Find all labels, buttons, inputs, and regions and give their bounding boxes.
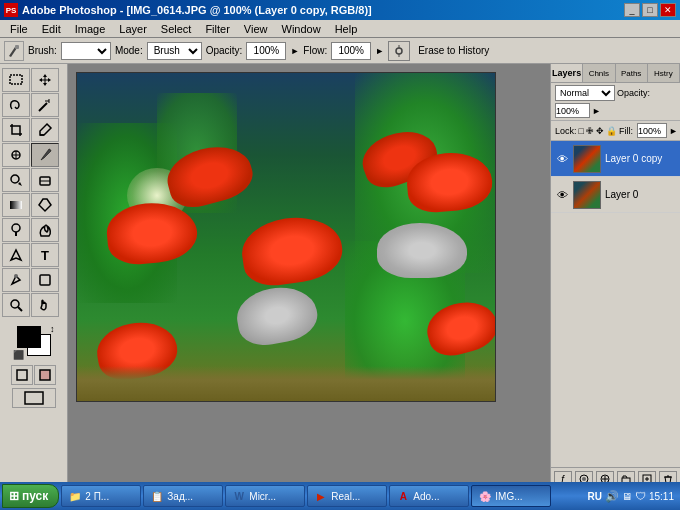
image-canvas <box>76 72 496 402</box>
airbrush-button[interactable] <box>388 41 410 61</box>
lock-all-icon[interactable]: 🔒 <box>606 126 617 136</box>
standard-mode-button[interactable] <box>11 365 33 385</box>
tool-row-9 <box>2 268 65 292</box>
mode-label: Mode: <box>115 45 143 56</box>
layer-0-name: Layer 0 <box>605 189 676 200</box>
title-bar-left: PS Adobe Photoshop - [IMG_0614.JPG @ 100… <box>4 3 372 17</box>
layer-0-copy-thumbnail <box>573 145 601 173</box>
layer-0-item[interactable]: 👁 Layer 0 <box>551 177 680 213</box>
tool-row-2 <box>2 93 65 117</box>
brush-tool-preset[interactable] <box>4 41 24 61</box>
foreground-color-swatch[interactable] <box>17 326 41 348</box>
layer-0-copy-visibility[interactable]: 👁 <box>555 152 569 166</box>
menu-item-file[interactable]: File <box>4 22 34 36</box>
antivirus-icon[interactable]: 🛡 <box>635 490 646 502</box>
tool-row-5 <box>2 168 65 192</box>
taskbar-item-real[interactable]: ▶ Real... <box>307 485 387 507</box>
tab-layers[interactable]: Layers <box>551 64 583 82</box>
display-icon[interactable]: 🖥 <box>622 491 632 502</box>
opacity-input[interactable] <box>246 42 286 60</box>
lasso-tool[interactable] <box>2 93 30 117</box>
taskbar-word-icon: W <box>232 489 246 503</box>
menu-item-image[interactable]: Image <box>69 22 112 36</box>
lock-position-icon[interactable]: ✥ <box>596 126 604 136</box>
menu-item-select[interactable]: Select <box>155 22 198 36</box>
layer-0-copy-item[interactable]: 👁 Layer 0 copy <box>551 141 680 177</box>
tab-history[interactable]: Hstry <box>648 64 680 82</box>
maximize-button[interactable]: □ <box>642 3 658 17</box>
paint-bucket-tool[interactable] <box>31 193 59 217</box>
brush-tool[interactable] <box>31 143 59 167</box>
svg-rect-24 <box>17 370 27 380</box>
eraser-tool[interactable] <box>31 168 59 192</box>
taskbar-real-label: Real... <box>331 491 360 502</box>
lock-image-icon[interactable]: ✙ <box>586 126 594 136</box>
tool-row-8: T <box>2 243 65 267</box>
blend-mode-selector[interactable]: Normal <box>555 85 615 101</box>
taskbar-item-word[interactable]: W Micr... <box>225 485 305 507</box>
menu-item-view[interactable]: View <box>238 22 274 36</box>
quick-mask-button[interactable] <box>34 365 56 385</box>
burn-tool[interactable] <box>31 218 59 242</box>
lock-label: Lock: <box>555 126 577 136</box>
taskbar-item-task[interactable]: 📋 Зад... <box>143 485 223 507</box>
layer-0-thumbnail <box>573 181 601 209</box>
tab-channels[interactable]: Chnls <box>583 64 615 82</box>
dodge-tool[interactable] <box>2 218 30 242</box>
menu-item-window[interactable]: Window <box>276 22 327 36</box>
eyedropper-tool[interactable] <box>31 118 59 142</box>
opacity-arrow: ► <box>592 106 601 116</box>
switch-colors-icon[interactable]: ↕ <box>50 324 55 334</box>
crop-tool[interactable] <box>2 118 30 142</box>
tab-paths[interactable]: Paths <box>616 64 648 82</box>
pen-tool[interactable] <box>2 268 30 292</box>
mode-selector[interactable]: Brush <box>147 42 202 60</box>
app-icon: PS <box>4 3 18 17</box>
minimize-button[interactable]: _ <box>624 3 640 17</box>
main-area: T <box>0 64 680 490</box>
default-colors-icon[interactable]: ⬛ <box>13 350 24 360</box>
svg-line-23 <box>18 307 22 311</box>
menu-item-edit[interactable]: Edit <box>36 22 67 36</box>
clone-stamp-tool[interactable] <box>2 168 30 192</box>
zoom-tool[interactable] <box>2 293 30 317</box>
rectangular-marquee-tool[interactable] <box>2 68 30 92</box>
menu-item-help[interactable]: Help <box>329 22 364 36</box>
magic-wand-tool[interactable] <box>31 93 59 117</box>
volume-icon[interactable]: 🔊 <box>605 490 619 503</box>
shape-tool[interactable] <box>31 268 59 292</box>
opacity-input[interactable] <box>555 103 590 118</box>
color-swatch-area: ↕ ⬛ <box>2 322 65 362</box>
title-bar: PS Adobe Photoshop - [IMG_0614.JPG @ 100… <box>0 0 680 20</box>
svg-line-5 <box>39 103 47 111</box>
svg-point-1 <box>396 48 402 54</box>
text-tool[interactable]: T <box>31 243 59 267</box>
close-button[interactable]: ✕ <box>660 3 676 17</box>
path-selection-tool[interactable] <box>2 243 30 267</box>
tool-row-10 <box>2 293 65 317</box>
system-tray: RU 🔊 🖥 🛡 15:11 <box>584 490 678 503</box>
start-label: пуск <box>22 489 48 503</box>
svg-point-14 <box>11 175 19 183</box>
taskbar-item-acrobat[interactable]: A Ado... <box>389 485 469 507</box>
healing-brush-tool[interactable] <box>2 143 30 167</box>
brush-selector[interactable] <box>61 42 111 60</box>
menu-item-layer[interactable]: Layer <box>113 22 153 36</box>
taskbar-item-img[interactable]: 🌸 IMG... <box>471 485 551 507</box>
start-button[interactable]: ⊞ пуск <box>2 484 59 508</box>
fill-input[interactable] <box>637 123 667 138</box>
window-controls: _ □ ✕ <box>624 3 676 17</box>
keyboard-layout-indicator[interactable]: RU <box>588 491 602 502</box>
layer-0-visibility[interactable]: 👁 <box>555 188 569 202</box>
svg-point-18 <box>12 224 20 232</box>
move-tool[interactable] <box>31 68 59 92</box>
fill-label: Fill: <box>619 126 633 136</box>
screen-mode-button[interactable] <box>12 388 56 408</box>
hand-tool[interactable] <box>31 293 59 317</box>
gradient-tool[interactable] <box>2 193 30 217</box>
svg-point-20 <box>14 274 18 278</box>
menu-item-filter[interactable]: Filter <box>199 22 235 36</box>
taskbar-item-files[interactable]: 📁 2 П... <box>61 485 141 507</box>
flow-input[interactable] <box>331 42 371 60</box>
lock-transparent-icon[interactable]: □ <box>579 126 584 136</box>
